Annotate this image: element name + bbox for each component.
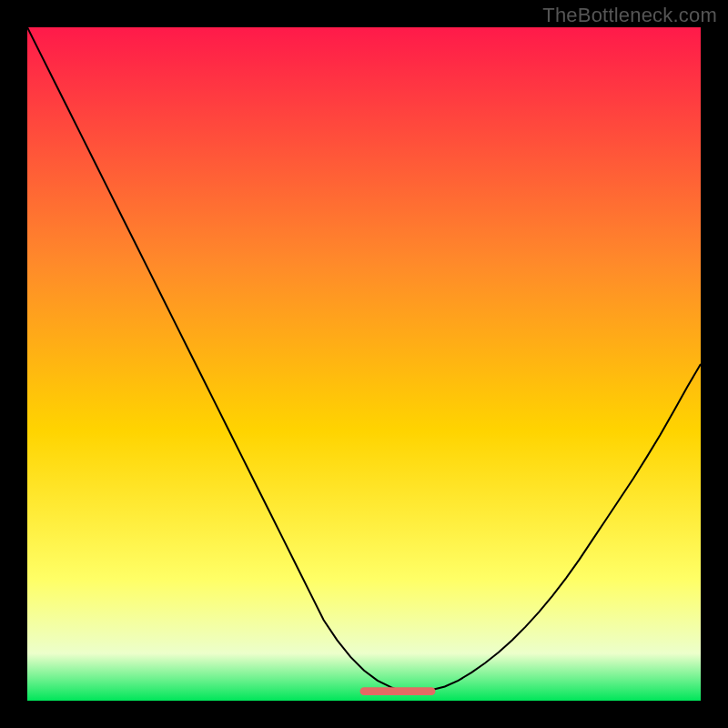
watermark-text: TheBottleneck.com (542, 4, 717, 27)
chart-frame: TheBottleneck.com (0, 0, 728, 728)
bottleneck-chart (27, 27, 701, 701)
gradient-background (27, 27, 701, 701)
plot-area (27, 27, 701, 701)
